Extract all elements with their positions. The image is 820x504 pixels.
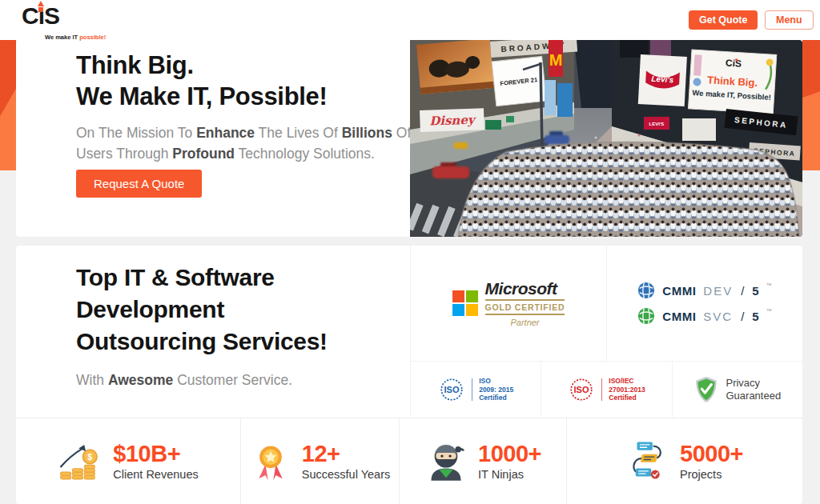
services-title-line3: Outsourcing Services!	[76, 326, 328, 358]
services-title-line2: Development	[76, 294, 328, 326]
hero-title: Think Big. We Make IT, Possible!	[76, 50, 328, 112]
billboard-cis: CiS Think Big. We make IT, Possible!	[688, 50, 776, 114]
microsoft-partner: Partner	[485, 318, 565, 327]
privacy-guaranteed-badge: Privacy Guaranteed	[672, 362, 802, 418]
privacy-shield-icon	[693, 375, 719, 404]
stat-label: Successful Years	[302, 468, 390, 481]
cmmi-svc-globe-icon	[637, 307, 655, 325]
stat-label: Client Revenues	[113, 468, 198, 481]
microsoft-gold-badge: Microsoft GOLD CERTIFIED Partner	[411, 246, 606, 361]
stat-value: 1000+	[478, 442, 541, 466]
svg-text:Disney: Disney	[429, 113, 477, 129]
request-quote-button[interactable]: Request A Quote	[76, 170, 202, 198]
svg-text:$: $	[88, 452, 93, 462]
hero-title-line2: We Make IT, Possible!	[76, 81, 328, 112]
billboard-levis: Levi's	[638, 54, 687, 106]
iso-red-globe-icon: ISO	[568, 376, 595, 403]
cis-logo[interactable]: CıS We make IT possible!	[22, 4, 118, 38]
billboard-blue-small	[545, 80, 556, 115]
iso-blue-globe-icon: ISO	[438, 376, 465, 403]
menu-button[interactable]: Menu	[765, 10, 814, 30]
iso-27001-badge: ISO ISO/IEC 27001:2013 Certified	[541, 362, 671, 418]
street-sign-green-small	[506, 116, 514, 122]
stat-client-revenues: $ $10B+ Client Revenues	[16, 418, 240, 504]
services-subtitle: With Awesome Customer Service.	[76, 372, 292, 389]
flowchart-icon	[626, 440, 669, 483]
stats-row: $ $10B+ Client Revenues 1	[16, 418, 802, 504]
svg-text:Levi's: Levi's	[651, 74, 674, 84]
left-orange-strip	[0, 40, 16, 170]
stat-label: IT Ninjas	[478, 468, 541, 481]
services-title-line1: Top IT & Software	[76, 262, 328, 294]
stat-value: $10B+	[113, 442, 198, 466]
microsoft-gold-certified: GOLD CERTIFIED	[485, 299, 565, 315]
svg-text:LEVI'S: LEVI'S	[649, 122, 665, 126]
svg-text:CiS: CiS	[726, 58, 742, 70]
stat-value: 12+	[302, 442, 390, 466]
microsoft-logo-icon	[452, 290, 478, 316]
mcdonalds-arches-icon: M	[549, 51, 563, 69]
stat-value: 5000+	[680, 442, 743, 466]
right-orange-strip	[802, 40, 820, 170]
certifications-row: Microsoft GOLD CERTIFIED Partner CMMIDEV…	[410, 246, 802, 362]
microsoft-name: Microsoft	[485, 279, 565, 298]
iso-9001-badge: ISO ISO 2009: 2015 Certified	[411, 362, 541, 418]
top-navbar: CıS We make IT possible! Get Quote Menu	[0, 0, 820, 40]
sign-levis-small: LEVI'S	[644, 117, 669, 130]
logo-text: CıS	[22, 2, 59, 29]
cmmi-dev-globe-icon	[637, 282, 655, 299]
cmmi-dev-badge: CMMIDEV/5™	[637, 282, 771, 299]
photo-crowd	[458, 142, 799, 237]
street-sign-green	[485, 120, 501, 130]
cis-landing-page: CıS We make IT possible! Get Quote Menu …	[0, 0, 820, 504]
coins-growth-icon: $	[58, 439, 102, 484]
stat-it-ninjas: 1000+ IT Ninjas	[399, 418, 566, 504]
cmmi-badges: CMMIDEV/5™ CMMISVC/5™	[606, 246, 802, 361]
billboard-blue-large	[557, 83, 573, 117]
billboard-mcdonalds: M	[549, 40, 563, 77]
hero-photo-times-square: BROADWAY FOREVER 21 M Disney	[410, 40, 802, 237]
billboard-elephants	[416, 40, 494, 94]
billboard-disney: Disney	[420, 108, 484, 132]
stat-label: Projects	[680, 468, 743, 481]
hero-title-line1: Think Big.	[76, 50, 328, 81]
hero-section: Think Big. We Make IT, Possible! On The …	[16, 40, 802, 237]
services-section: Top IT & Software Development Outsourcin…	[16, 246, 802, 504]
stat-successful-years: 12+ Successful Years	[240, 418, 399, 504]
logo-orange-caret-icon	[38, 1, 44, 6]
logo-tagline: We make IT possible!	[45, 34, 106, 41]
ninja-icon	[424, 440, 468, 483]
svg-text:ISO: ISO	[444, 385, 460, 394]
hero-subtitle: On The Mission To Enhance The Lives Of B…	[76, 122, 428, 164]
stat-projects: 5000+ Projects	[566, 418, 802, 504]
logo-orange-dot-icon	[38, 7, 43, 12]
cmmi-svc-badge: CMMISVC/5™	[637, 307, 771, 325]
iso-badges-row: ISO ISO 2009: 2015 Certified ISO ISO/IEC…	[410, 362, 802, 418]
services-title: Top IT & Software Development Outsourcin…	[76, 262, 328, 358]
svg-text:ISO: ISO	[574, 385, 589, 394]
medal-icon	[250, 441, 291, 482]
get-quote-button[interactable]: Get Quote	[689, 10, 758, 30]
